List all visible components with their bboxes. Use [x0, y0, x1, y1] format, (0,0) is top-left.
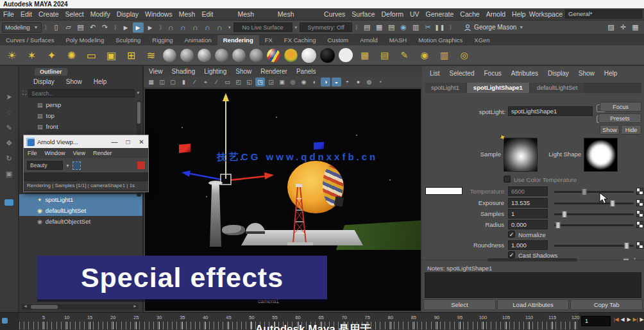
account-menu[interactable]: George Mason ▼: [464, 24, 523, 31]
workspace-selector[interactable]: General*: [565, 10, 642, 19]
maximize-icon[interactable]: □: [123, 138, 133, 145]
go-to-prev-key-button[interactable]: |◀: [613, 317, 619, 322]
shelf-tab[interactable]: XGen: [468, 35, 495, 45]
physical-sun-icon[interactable]: ≋: [143, 47, 159, 63]
chevron-down-icon[interactable]: ▾: [295, 25, 298, 30]
menu-item[interactable]: Display: [114, 8, 142, 21]
phong-e-material-icon[interactable]: [232, 49, 246, 62]
menu-item[interactable]: Modify: [87, 8, 114, 21]
arnold-menu-item[interactable]: View: [73, 150, 85, 156]
spot-light-icon[interactable]: ✺: [64, 47, 80, 63]
play-button[interactable]: ▶: [639, 317, 644, 322]
snap-to-points-icon[interactable]: ∩: [190, 22, 201, 33]
batch-render-icon[interactable]: ▥: [436, 47, 452, 63]
samples-slider[interactable]: [554, 213, 634, 215]
snap-to-view-planes-icon[interactable]: ∩: [214, 22, 225, 33]
open-scene-icon[interactable]: ▱: [63, 22, 74, 33]
lasso-tool-icon[interactable]: ◌: [3, 107, 15, 117]
group-separator[interactable]: ⟩: [114, 24, 117, 31]
viewport-icon[interactable]: ◳: [255, 78, 265, 87]
point-light-icon[interactable]: ✦: [44, 47, 60, 63]
notes-textarea[interactable]: [425, 272, 641, 298]
viewport-icon[interactable]: ◫: [157, 78, 167, 87]
pause-ipr-icon[interactable]: ❚❚: [435, 22, 446, 33]
select-by-component-icon[interactable]: ►: [145, 22, 156, 33]
phong-material-icon[interactable]: [215, 49, 228, 62]
move-tool-icon[interactable]: ✥: [3, 138, 15, 148]
save-scene-icon[interactable]: ▤: [75, 22, 86, 33]
outliner-item-front[interactable]: ▤ front: [19, 121, 142, 132]
viewport-icon[interactable]: ◔: [375, 78, 385, 87]
region-crop-icon[interactable]: [72, 161, 81, 170]
render-settings-shelf-icon[interactable]: ◉: [416, 47, 432, 63]
redo-icon[interactable]: ↷: [99, 22, 110, 33]
filter-icon[interactable]: ⛶: [22, 90, 26, 97]
attribute-editor-menu-item[interactable]: Focus: [484, 70, 501, 77]
render-sequence-icon[interactable]: ▤: [386, 22, 397, 33]
focus-button[interactable]: Focus: [600, 102, 641, 111]
attribute-editor-menu-item[interactable]: Show: [579, 70, 595, 77]
viewport-icon[interactable]: ◉: [299, 78, 309, 87]
anisotropic-material-icon[interactable]: [250, 49, 263, 62]
exposure-slider[interactable]: [554, 202, 634, 204]
viewport-icon[interactable]: ◲: [266, 78, 276, 87]
roundness-slider[interactable]: [554, 245, 634, 247]
outliner-item-defaultlightset[interactable]: ◉ defaultLightSet: [19, 205, 142, 216]
go-to-next-key-button[interactable]: ▶|: [632, 317, 638, 322]
shelf-tab[interactable]: Rigging: [146, 35, 178, 45]
render-current-frame-icon[interactable]: ▦: [374, 22, 385, 33]
shelf-tab[interactable]: MASH: [384, 35, 412, 45]
light-shape-swatch[interactable]: [584, 138, 618, 172]
menu-item[interactable]: Curves: [321, 8, 348, 21]
outliner-horizontal-scrollbar[interactable]: ◄ ►: [22, 304, 139, 309]
samples-field[interactable]: 1: [508, 209, 548, 219]
shading-map-material-icon[interactable]: [284, 49, 298, 62]
outliner-item-top[interactable]: ▤ top: [19, 110, 142, 121]
radius-slider[interactable]: [554, 224, 634, 226]
chevron-down-icon[interactable]: ▼: [65, 163, 70, 168]
viewport-icon[interactable]: ◒: [332, 78, 341, 87]
attribute-editor-menu-item[interactable]: List: [430, 70, 440, 77]
splitter-grip[interactable]: [487, 258, 577, 261]
shelf-tab[interactable]: Animation: [178, 35, 217, 45]
light-sample-swatch[interactable]: ✦: [504, 138, 538, 172]
render-settings-icon[interactable]: ▥: [411, 22, 421, 33]
blinn-material-icon[interactable]: [180, 49, 194, 62]
viewport-icon[interactable]: ∕: [212, 78, 221, 87]
viewport-icon[interactable]: ▣: [277, 78, 287, 87]
attribute-editor-menu-item[interactable]: Selected: [450, 70, 475, 77]
roundness-field[interactable]: 1.000: [508, 240, 548, 250]
layout-shortcut-active[interactable]: [4, 199, 13, 206]
viewport-menu-item[interactable]: Lighting: [204, 68, 226, 75]
viewport-menu-item[interactable]: View: [149, 68, 163, 75]
new-scene-icon[interactable]: ▯: [51, 22, 62, 33]
use-color-temperature-checkbox[interactable]: [504, 176, 511, 183]
map-button[interactable]: [636, 242, 643, 249]
standard-surface-material-icon[interactable]: [163, 49, 176, 62]
menu-set-selector[interactable]: Modeling ▼: [2, 22, 42, 33]
ramp-material-icon[interactable]: [267, 49, 280, 62]
attribute-editor-menu-item[interactable]: Display: [548, 70, 569, 77]
menu-item[interactable]: File: [0, 8, 17, 21]
snap-to-grids-icon[interactable]: ∩: [165, 22, 176, 33]
arnold-window-titlebar[interactable]: Arnold Viewp... — □ ✕: [24, 135, 148, 148]
scroll-left-arrow[interactable]: ◄: [23, 304, 28, 308]
viewport-icon[interactable]: ▮: [179, 78, 189, 87]
menu-item[interactable]: Surface: [348, 8, 378, 21]
menu-item[interactable]: Mesh: [176, 8, 199, 21]
attribute-editor-menu-item[interactable]: Help: [604, 70, 618, 77]
group-separator[interactable]: ⟩: [45, 24, 47, 31]
snap-to-curves-icon[interactable]: ∩: [178, 22, 189, 33]
map-button[interactable]: [636, 210, 643, 217]
outliner-panel-tab[interactable]: Outliner: [35, 68, 67, 76]
viewport-icon[interactable]: ◐: [310, 78, 319, 87]
exposure-field[interactable]: 13.535: [508, 198, 548, 208]
viewport-icon[interactable]: ◰: [233, 78, 243, 87]
menu-item[interactable]: Generate: [423, 8, 457, 21]
shelf-tab[interactable]: Arnold: [354, 35, 383, 45]
viewport-icon[interactable]: ▦: [146, 78, 156, 87]
modeling-toolkit-icon[interactable]: ▨: [606, 22, 616, 33]
render-view-shelf-icon[interactable]: ▤: [377, 47, 393, 63]
symmetry-field[interactable]: Symmetry: Off: [300, 22, 352, 32]
scroll-right-arrow[interactable]: ►: [133, 304, 137, 308]
